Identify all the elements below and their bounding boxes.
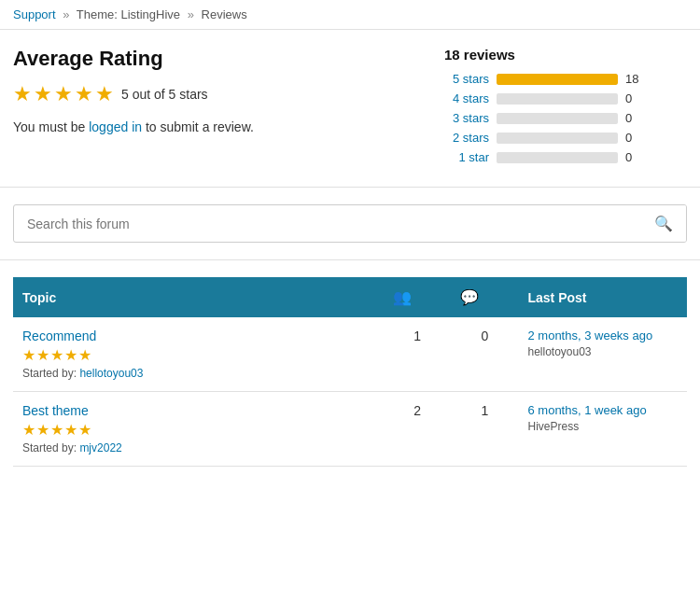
- topic-link-0[interactable]: Recommend: [22, 328, 96, 343]
- topic-star: ★: [64, 346, 77, 364]
- lastpost-author-0: hellotoyou03: [527, 345, 678, 358]
- search-box: 🔍: [13, 204, 687, 243]
- rating-section: Average Rating ★ ★ ★ ★ ★ 5 out of 5 star…: [0, 30, 700, 188]
- topic-star: ★: [22, 421, 35, 439]
- col-topic-header: Topic: [13, 277, 384, 317]
- voices-icon: 👥: [393, 289, 412, 305]
- login-note-prefix: You must be: [13, 119, 89, 134]
- topic-star: ★: [22, 346, 35, 364]
- topic-lastpost-0: 2 months, 3 weeks agohellotoyou03: [518, 317, 687, 392]
- table-row: Recommend★★★★★Started by: hellotoyou0310…: [13, 317, 687, 392]
- search-input[interactable]: [14, 207, 641, 241]
- login-note: You must be logged in to submit a review…: [13, 119, 426, 134]
- bar-track-1: [497, 93, 618, 105]
- topic-posts-0: 0: [451, 317, 518, 392]
- topic-voices-1: 2: [384, 392, 451, 467]
- bar-row-1: 4 stars0: [444, 91, 687, 105]
- topics-tbody: Recommend★★★★★Started by: hellotoyou0310…: [13, 317, 687, 467]
- bar-fill-0: [497, 74, 618, 85]
- topic-lastpost-1: 6 months, 1 week agoHivePress: [518, 392, 687, 467]
- topic-cell-1: Best theme★★★★★Started by: mjv2022: [13, 392, 384, 467]
- topic-author-link-0[interactable]: hellotoyou03: [79, 367, 143, 380]
- bar-label-4[interactable]: 1 star: [444, 150, 489, 164]
- topic-star: ★: [78, 346, 91, 364]
- search-button[interactable]: 🔍: [641, 205, 686, 242]
- topics-section: Topic 👥 💬 Last Post Recommend★★★★★Starte…: [0, 277, 700, 485]
- bar-count-3: 0: [625, 131, 640, 145]
- topic-started-1: Started by: mjv2022: [22, 441, 374, 454]
- bar-count-0: 18: [625, 72, 640, 86]
- table-header-row: Topic 👥 💬 Last Post: [13, 277, 687, 317]
- bar-row-0: 5 stars18: [444, 72, 687, 86]
- bar-label-3[interactable]: 2 stars: [444, 131, 489, 145]
- lastpost-author-1: HivePress: [527, 420, 678, 433]
- topic-star: ★: [50, 421, 63, 439]
- topic-title-1: Best theme: [22, 403, 374, 418]
- topic-star: ★: [64, 421, 77, 439]
- breadcrumb-sep2: »: [188, 7, 194, 21]
- topic-star: ★: [50, 346, 63, 364]
- bar-track-4: [497, 152, 618, 163]
- rating-stars: ★ ★ ★ ★ ★: [13, 82, 114, 106]
- breadcrumb-support[interactable]: Support: [13, 7, 56, 21]
- bar-row-4: 1 star0: [444, 150, 687, 164]
- login-note-suffix: to submit a review.: [142, 119, 254, 134]
- col-lastpost-header: Last Post: [518, 277, 687, 317]
- topic-stars-0: ★★★★★: [22, 346, 374, 364]
- star-3: ★: [54, 82, 73, 106]
- topic-link-1[interactable]: Best theme: [22, 403, 89, 418]
- breadcrumb-theme: Theme: ListingHive: [77, 7, 180, 21]
- col-posts-header: 💬: [451, 277, 518, 317]
- stars-row: ★ ★ ★ ★ ★ 5 out of 5 stars: [13, 82, 426, 106]
- breadcrumb-sep1: »: [63, 7, 69, 21]
- topic-title-0: Recommend: [22, 328, 374, 343]
- bar-label-1[interactable]: 4 stars: [444, 91, 489, 105]
- topic-stars-1: ★★★★★: [22, 421, 374, 439]
- lastpost-time-1: 6 months, 1 week ago: [527, 403, 678, 417]
- topic-cell-0: Recommend★★★★★Started by: hellotoyou03: [13, 317, 384, 392]
- topic-voices-0: 1: [384, 317, 451, 392]
- bar-label-0[interactable]: 5 stars: [444, 72, 489, 86]
- rating-right: 18 reviews 5 stars184 stars03 stars02 st…: [444, 47, 687, 170]
- breadcrumb-reviews: Reviews: [202, 7, 247, 21]
- bar-count-4: 0: [625, 150, 640, 164]
- bar-label-2[interactable]: 3 stars: [444, 111, 489, 125]
- posts-icon: 💬: [460, 289, 479, 305]
- star-1: ★: [13, 82, 32, 106]
- lastpost-time-0: 2 months, 3 weeks ago: [527, 328, 678, 342]
- bar-track-2: [497, 113, 618, 124]
- topics-table: Topic 👥 💬 Last Post Recommend★★★★★Starte…: [13, 277, 687, 467]
- breadcrumb: Support » Theme: ListingHive » Reviews: [0, 0, 700, 30]
- star-5: ★: [95, 82, 114, 106]
- bar-row-2: 3 stars0: [444, 111, 687, 125]
- bar-track-3: [497, 133, 618, 144]
- topic-star: ★: [78, 421, 91, 439]
- stars-label: 5 out of 5 stars: [121, 87, 208, 102]
- bar-track-0: [497, 74, 618, 85]
- topic-star: ★: [36, 421, 49, 439]
- topic-started-0: Started by: hellotoyou03: [22, 367, 374, 380]
- reviews-count: 18 reviews: [444, 47, 687, 63]
- bar-row-3: 2 stars0: [444, 131, 687, 145]
- login-link[interactable]: logged in: [89, 119, 142, 134]
- topic-author-link-1[interactable]: mjv2022: [79, 441, 121, 454]
- col-voices-header: 👥: [384, 277, 451, 317]
- topic-posts-1: 1: [451, 392, 518, 467]
- search-section: 🔍: [0, 188, 700, 260]
- average-rating-title: Average Rating: [13, 47, 426, 71]
- star-4: ★: [75, 82, 93, 106]
- bar-count-1: 0: [625, 91, 640, 105]
- table-row: Best theme★★★★★Started by: mjv2022216 mo…: [13, 392, 687, 467]
- bars-container: 5 stars184 stars03 stars02 stars01 star0: [444, 72, 687, 164]
- topic-star: ★: [36, 346, 49, 364]
- bar-count-2: 0: [625, 111, 640, 125]
- star-2: ★: [34, 82, 52, 106]
- rating-left: Average Rating ★ ★ ★ ★ ★ 5 out of 5 star…: [13, 47, 444, 170]
